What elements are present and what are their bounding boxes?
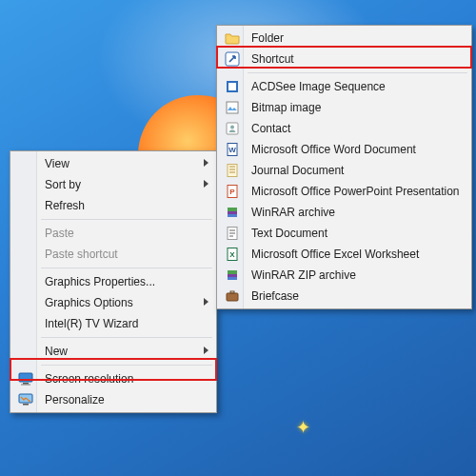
menu-item-label: Shortcut [251,52,294,66]
submenu-item-briefcase[interactable]: Briefcase [219,286,469,307]
menu-item-label: Bitmap image [251,101,321,114]
submenu-item-folder[interactable]: Folder [219,28,469,49]
menu-item-refresh[interactable]: Refresh [12,195,214,216]
winrar-zip-icon [224,267,241,284]
menu-item-label: Paste shortcut [45,248,118,261]
menu-item-view[interactable]: View [12,153,214,174]
desktop-context-menu: View Sort by Refresh Paste Paste shortcu… [10,150,217,413]
menu-item-label: View [45,157,69,170]
menu-item-label: New [45,345,68,358]
menu-item-graphics-options[interactable]: Graphics Options [12,292,214,313]
contact-icon [224,120,241,137]
svg-rect-1 [23,383,29,385]
menu-item-label: Briefcase [251,289,299,303]
journal-icon [224,162,241,179]
submenu-arrow-icon [204,159,208,167]
menu-item-label: WinRAR ZIP archive [251,268,356,282]
briefcase-icon [224,288,241,305]
personalize-icon [17,391,34,408]
svg-rect-2 [21,385,30,386]
menu-item-label: Paste [45,227,74,240]
menu-item-label: Graphics Options [45,296,133,309]
menu-item-new[interactable]: New [12,341,214,362]
menu-item-label: Microsoft Office Word Document [251,143,416,156]
submenu-arrow-icon [204,298,208,306]
powerpoint-icon: P [224,183,241,200]
svg-rect-29 [228,270,237,274]
submenu-item-shortcut[interactable]: Shortcut [219,49,469,69]
menu-item-label: Graphics Properties... [45,275,155,288]
menu-item-graphics-properties[interactable]: Graphics Properties... [12,271,214,292]
menu-item-label: Text Document [251,227,327,240]
svg-rect-20 [228,208,237,211]
folder-icon [224,30,241,47]
svg-rect-13 [228,165,237,177]
text-icon [224,225,241,242]
excel-icon: X [224,246,241,263]
acdsee-icon [224,78,241,95]
menu-item-label: Folder [251,31,284,45]
submenu-item-winrar-zip[interactable]: WinRAR ZIP archive [219,265,469,286]
menu-separator [41,219,212,220]
menu-item-sort-by[interactable]: Sort by [12,174,214,195]
menu-item-label: Microsoft Office Excel Worksheet [251,248,419,261]
monitor-icon [17,370,34,387]
submenu-item-acdsee[interactable]: ACDSee Image Sequence [219,76,469,97]
bitmap-icon [224,99,241,116]
menu-item-paste: Paste [12,223,214,244]
menu-item-label: Intel(R) TV Wizard [45,317,138,330]
submenu-arrow-icon [204,347,208,354]
svg-text:X: X [229,250,235,259]
svg-rect-31 [227,293,238,301]
submenu-item-word[interactable]: W Microsoft Office Word Document [219,139,469,160]
menu-item-intel-tv-wizard[interactable]: Intel(R) TV Wizard [12,313,214,334]
menu-item-label: Sort by [45,178,81,191]
menu-item-label: ACDSee Image Sequence [251,80,386,93]
svg-rect-0 [19,373,32,382]
submenu-item-powerpoint[interactable]: P Microsoft Office PowerPoint Presentati… [219,181,469,202]
svg-rect-32 [230,291,234,293]
svg-rect-7 [228,83,236,90]
menu-separator [41,337,212,338]
submenu-item-contact[interactable]: Contact [219,118,469,139]
cursor-sparkle-icon: ✦ [296,417,310,438]
svg-rect-30 [228,277,237,280]
menu-item-label: Microsoft Office PowerPoint Presentation [251,185,460,198]
menu-item-label: Screen resolution [45,372,133,386]
menu-separator [248,72,467,73]
menu-item-label: WinRAR archive [251,206,335,219]
svg-point-10 [230,126,234,129]
submenu-item-journal[interactable]: Journal Document [219,160,469,181]
submenu-item-excel[interactable]: X Microsoft Office Excel Worksheet [219,244,469,265]
svg-rect-4 [23,404,29,406]
menu-item-paste-shortcut: Paste shortcut [12,244,214,265]
menu-separator [41,268,212,268]
shortcut-icon [224,50,241,68]
svg-text:P: P [229,188,235,196]
submenu-arrow-icon [204,180,208,188]
svg-rect-8 [227,102,238,113]
submenu-item-bitmap[interactable]: Bitmap image [219,97,469,118]
menu-item-label: Refresh [45,199,85,212]
menu-item-label: Contact [251,122,290,135]
submenu-item-text[interactable]: Text Document [219,223,469,244]
winrar-icon [224,204,241,221]
svg-text:W: W [228,146,236,154]
menu-separator [41,365,212,366]
word-icon: W [224,141,241,158]
svg-rect-21 [228,214,237,217]
submenu-item-winrar[interactable]: WinRAR archive [219,202,469,223]
menu-item-label: Personalize [45,393,105,407]
menu-item-label: Journal Document [251,164,344,177]
menu-item-screen-resolution[interactable]: Screen resolution [12,368,214,389]
menu-item-personalize[interactable]: Personalize [12,389,214,410]
new-submenu: Folder Shortcut ACDSee Image Sequence Bi… [216,25,472,309]
